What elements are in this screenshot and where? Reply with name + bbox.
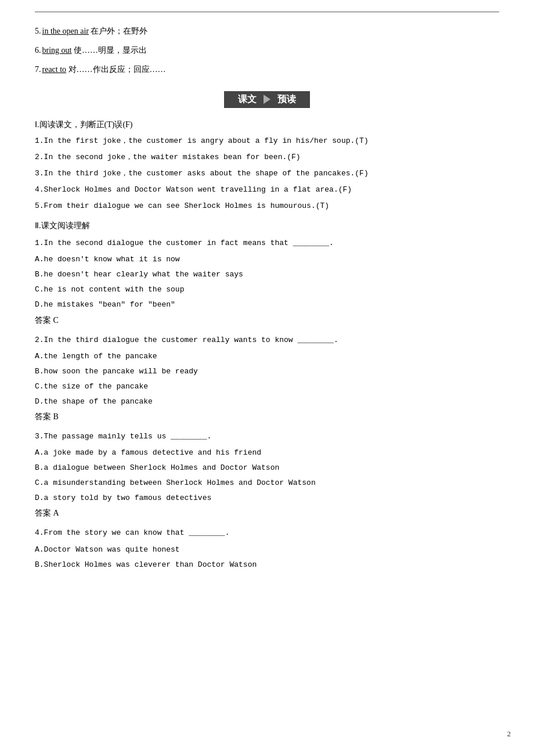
q3-option-b: B.a dialogue between Sherlock Holmes and… [35,462,499,474]
q1-answer: 答案 C [35,315,499,326]
phrase-num-6: 6. [35,46,41,55]
section-header-box: 课文 预读 [224,91,310,108]
q3-option-a: A.a joke made by a famous detective and … [35,447,499,459]
phrase-item-5: 5.in the open air 在户外；在野外 [35,24,499,38]
section-ii: Ⅱ.课文阅读理解 1.In the second dialogue the cu… [35,221,499,571]
section-ii-title: Ⅱ.课文阅读理解 [35,221,499,231]
q2-option-c: C.the size of the pancake [35,380,499,393]
q2-option-b: B.how soon the pancake will be ready [35,365,499,378]
q3-option-c: C.a misunderstanding between Sherlock Ho… [35,477,499,489]
q1-option-b: B.he doesn't hear clearly what the waite… [35,268,499,281]
phrase-item-7: 7.react to 对……作出反应；回应…… [35,62,499,77]
section-header: 课文 预读 [35,91,499,108]
q2-answer: 答案 B [35,412,499,422]
q1-option-c: C.he is not content with the soup [35,283,499,296]
q2-option-a: A.the length of the pancake [35,350,499,363]
phrase-num-5: 5. [35,27,41,35]
phrase-link-6: bring out [42,46,72,55]
phrase-translation-6: 使……明显，显示出 [74,46,147,55]
page-number: 2 [507,729,511,739]
section-i-title: Ⅰ.阅读课文，判断正(T)误(F) [35,120,499,130]
question-2-text: 2.In the third dialogue the customer rea… [35,334,499,347]
section-header-left: 课文 [238,93,257,106]
tf-item-4: 4.Sherlock Holmes and Doctor Watson went… [35,183,499,196]
phrase-link-5: in the open air [42,27,89,35]
top-border [35,12,499,12]
question-1: 1.In the second dialogue the customer in… [35,237,499,325]
phrase-item-6: 6.bring out 使……明显，显示出 [35,43,499,57]
q3-answer: 答案 A [35,508,499,519]
q4-option-b: B.Sherlock Holmes was cleverer than Doct… [35,559,499,571]
tf-item-2: 2.In the second joke，the waiter mistakes… [35,151,499,164]
q3-option-d: D.a story told by two famous detectives [35,492,499,505]
phrase-translation-7: 对……作出反应；回应…… [68,65,166,74]
reading-section: Ⅰ.阅读课文，判断正(T)误(F) 1.In the first joke，th… [35,120,499,213]
phrase-translation-5: 在户外；在野外 [91,27,147,35]
q2-option-d: D.the shape of the pancake [35,395,499,408]
tf-item-1: 1.In the first joke，the customer is angr… [35,135,499,147]
tf-item-5: 5.From their dialogue we can see Sherloc… [35,200,499,213]
phrase-link-7: react to [42,65,67,74]
arrow-icon [264,95,270,104]
question-4-text: 4.From the story we can know that ______… [35,527,499,539]
q1-option-d: D.he mistakes "bean" for "been" [35,298,499,311]
q4-option-a: A.Doctor Watson was quite honest [35,543,499,556]
phrase-section: 5.in the open air 在户外；在野外 6.bring out 使…… [35,24,499,77]
question-3-text: 3.The passage mainly tells us ________. [35,430,499,443]
q1-option-a: A.he doesn't know what it is now [35,253,499,266]
tf-item-3: 3.In the third joke，the customer asks ab… [35,167,499,180]
question-4: 4.From the story we can know that ______… [35,527,499,571]
question-1-text: 1.In the second dialogue the customer in… [35,237,499,250]
section-header-right: 预读 [277,93,296,106]
phrase-num-7: 7. [35,65,41,74]
question-3: 3.The passage mainly tells us ________. … [35,430,499,519]
question-2: 2.In the third dialogue the customer rea… [35,334,499,422]
